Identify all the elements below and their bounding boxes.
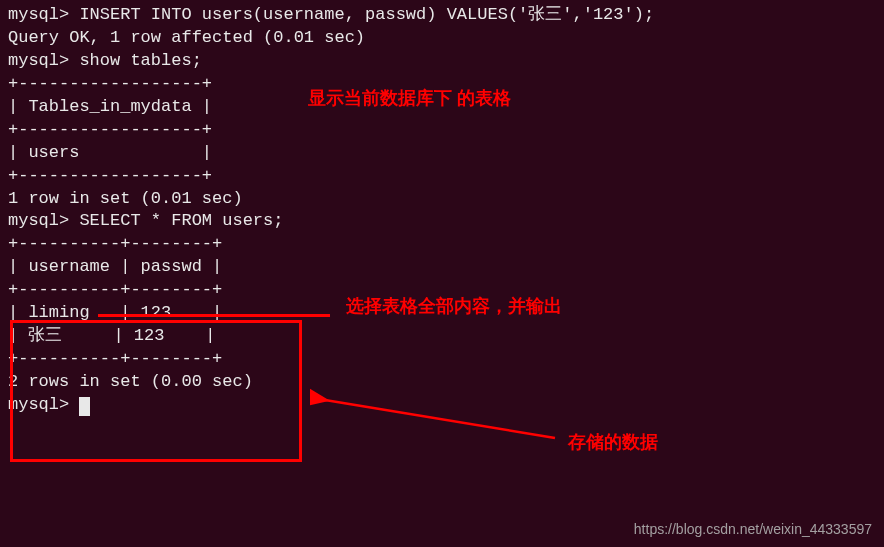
- query-result: Query OK, 1 row affected (0.01 sec): [8, 27, 876, 50]
- table-row: | users |: [8, 142, 876, 165]
- table-border: +------------------+: [8, 165, 876, 188]
- annotation-show-tables: 显示当前数据库下 的表格: [308, 86, 511, 110]
- row-count: 1 row in set (0.01 sec): [8, 188, 876, 211]
- sql-show-tables: mysql> show tables;: [8, 50, 876, 73]
- arrow-icon: [310, 388, 560, 448]
- highlight-box: [10, 320, 302, 462]
- annotation-stored-data: 存储的数据: [568, 430, 658, 454]
- table-border: +----------+--------+: [8, 233, 876, 256]
- watermark-text: https://blog.csdn.net/weixin_44333597: [634, 520, 872, 539]
- underline-highlight: [98, 314, 330, 317]
- svg-line-1: [325, 400, 555, 438]
- table-header: | username | passwd |: [8, 256, 876, 279]
- sql-insert-command: mysql> INSERT INTO users(username, passw…: [8, 4, 876, 27]
- table-border: +------------------+: [8, 119, 876, 142]
- sql-select-command: mysql> SELECT * FROM users;: [8, 210, 876, 233]
- annotation-select-all: 选择表格全部内容，并输出: [346, 294, 562, 318]
